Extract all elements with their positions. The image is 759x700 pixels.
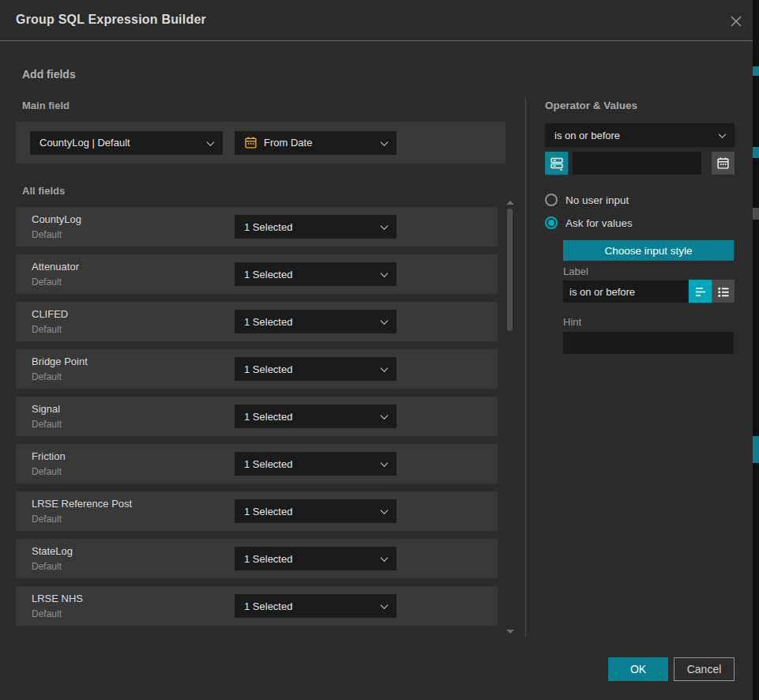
list-style-button[interactable] [712, 280, 735, 303]
layer-select-value: CountyLog | Default [39, 137, 130, 149]
selected-count: 1 Selected [244, 363, 292, 375]
selected-count: 1 Selected [244, 411, 292, 423]
field-subtitle: Default [32, 514, 62, 525]
cancel-button[interactable]: Cancel [674, 657, 735, 681]
unique-values-picker-icon [549, 156, 565, 171]
chevron-down-icon [381, 601, 389, 609]
list-scrollbar[interactable] [505, 199, 515, 635]
radio-ask-for-values[interactable]: Ask for values [545, 216, 633, 229]
ok-button[interactable]: OK [608, 657, 668, 681]
field-name: LRSE Reference Post [32, 498, 132, 510]
chevron-down-icon [381, 317, 389, 325]
chevron-down-icon [381, 364, 389, 372]
chevron-down-icon [381, 459, 389, 467]
selected-count: 1 Selected [244, 269, 292, 280]
unique-values-picker-button[interactable] [545, 152, 568, 175]
hint-input[interactable] [563, 332, 734, 354]
calendar-icon [244, 136, 257, 149]
selected-count: 1 Selected [244, 458, 292, 470]
selected-count: 1 Selected [244, 553, 292, 565]
hint-field-label: Hint [563, 316, 581, 328]
field-name: Bridge Point [32, 356, 88, 367]
selected-count: 1 Selected [244, 316, 292, 328]
field-name: Friction [32, 450, 66, 462]
field-row-clifed: CLIFED Default 1 Selected [16, 302, 498, 341]
field-subtitle: Default [32, 371, 62, 382]
field-row-statelog: StateLog Default 1 Selected [16, 539, 498, 578]
operator-select[interactable]: is on or before [545, 123, 735, 147]
field-row-lrse-reference-post: LRSE Reference Post Default 1 Selected [16, 491, 498, 531]
operator-values-heading: Operator & Values [545, 100, 637, 111]
calendar-picker-button[interactable] [712, 152, 735, 175]
edge-fragment [753, 66, 759, 76]
field-values-select[interactable]: 1 Selected [235, 357, 396, 381]
field-values-select[interactable]: 1 Selected [235, 405, 396, 428]
label-field-label: Label [563, 265, 588, 277]
field-name: StateLog [32, 545, 73, 557]
field-row-friction: Friction Default 1 Selected [16, 444, 498, 484]
operator-select-value: is on or before [554, 130, 620, 141]
field-row-bridge-point: Bridge Point Default 1 Selected [16, 349, 498, 389]
selected-count: 1 Selected [244, 600, 292, 612]
field-row-countylog: CountyLog Default 1 Selected [16, 207, 498, 247]
value-date-input[interactable] [573, 152, 701, 175]
radio-no-user-input-label: No user input [565, 194, 629, 206]
field-values-select[interactable]: 1 Selected [235, 262, 396, 286]
label-input[interactable] [563, 280, 688, 303]
radio-checked-icon [545, 216, 558, 229]
edge-fragment [753, 208, 759, 220]
field-row-attenuator: Attenuator Default 1 Selected [16, 254, 498, 294]
field-name: Signal [32, 403, 60, 415]
field-subtitle: Default [32, 277, 62, 288]
chevron-down-icon [381, 554, 389, 562]
main-field-box: CountyLog | Default From Date [16, 122, 505, 164]
main-field-label: Main field [22, 100, 70, 111]
radio-no-user-input[interactable]: No user input [545, 194, 629, 206]
value-row [545, 152, 735, 175]
all-fields-list: CountyLog Default 1 Selected Attenuator … [16, 207, 498, 630]
choose-input-style-button[interactable]: Choose input style [563, 240, 734, 261]
field-name: CLIFED [32, 308, 68, 320]
group-sql-expression-builder-dialog: Group SQL Expression Builder Add fields … [0, 0, 759, 700]
field-name: LRSE NHS [32, 593, 83, 604]
dialog-title: Group SQL Expression Builder [16, 13, 206, 27]
field-row-signal: Signal Default 1 Selected [16, 397, 498, 436]
single-line-style-button[interactable] [689, 280, 712, 303]
panel-divider [525, 98, 526, 637]
list-style-icon [716, 284, 731, 299]
single-line-style-icon [693, 284, 708, 299]
field-values-select[interactable]: 1 Selected [235, 452, 396, 476]
field-values-select[interactable]: 1 Selected [235, 499, 396, 523]
chevron-down-icon [381, 222, 389, 230]
scroll-down-icon[interactable] [506, 630, 514, 634]
all-fields-label: All fields [22, 185, 65, 197]
selected-count: 1 Selected [244, 506, 292, 517]
field-row-lrse-nhs: LRSE NHS Default 1 Selected [16, 586, 498, 626]
field-values-select[interactable]: 1 Selected [235, 215, 396, 239]
background-app-edge [753, 0, 759, 700]
field-name: Attenuator [32, 261, 79, 273]
chevron-down-icon [381, 412, 389, 420]
close-button[interactable] [726, 11, 746, 32]
field-subtitle: Default [32, 419, 62, 430]
main-field-select[interactable]: From Date [235, 131, 396, 155]
x-icon [729, 14, 743, 28]
field-values-select[interactable]: 1 Selected [235, 594, 396, 618]
radio-ask-for-values-label: Ask for values [565, 217, 633, 229]
edge-fragment [753, 147, 759, 158]
field-subtitle: Default [32, 466, 62, 477]
field-subtitle: Default [32, 608, 62, 619]
scroll-up-icon[interactable] [506, 201, 514, 205]
layer-select[interactable]: CountyLog | Default [30, 131, 223, 155]
edge-fragment [753, 436, 759, 463]
chevron-down-icon [207, 138, 215, 146]
field-values-select[interactable]: 1 Selected [235, 310, 396, 333]
chevron-down-icon [719, 130, 727, 138]
calendar-icon [716, 156, 730, 170]
chevron-down-icon [381, 138, 389, 146]
field-values-select[interactable]: 1 Selected [235, 547, 396, 570]
dialog-header: Group SQL Expression Builder [0, 0, 753, 41]
field-name: CountyLog [32, 213, 81, 225]
chevron-down-icon [381, 506, 389, 514]
scrollbar-thumb[interactable] [507, 209, 513, 331]
